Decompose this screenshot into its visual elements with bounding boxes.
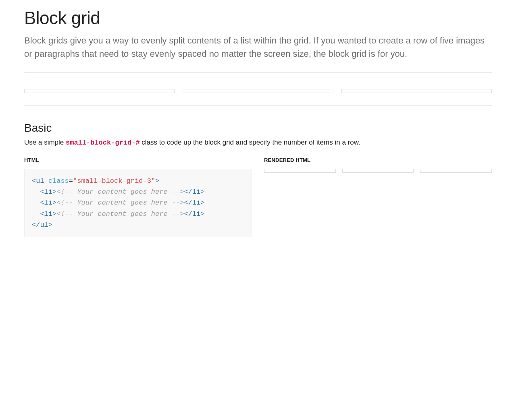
code-block: <ul class="small-block-grid-3"> <li><!--… bbox=[24, 169, 252, 237]
code-token: <li> bbox=[40, 199, 56, 207]
rendered-block-grid bbox=[264, 169, 492, 173]
code-token: = bbox=[69, 177, 73, 185]
block-grid-top bbox=[24, 89, 492, 93]
code-token: </li> bbox=[184, 188, 204, 196]
code-token: <li> bbox=[40, 188, 56, 196]
basic-text: Use a simple small-block-grid-# class to… bbox=[24, 139, 492, 147]
page-title: Block grid bbox=[24, 8, 492, 28]
code-token: > bbox=[155, 177, 159, 185]
thumbnail bbox=[264, 169, 336, 173]
code-token: <li> bbox=[40, 210, 56, 218]
block-grid-item bbox=[264, 169, 336, 173]
col-rendered: RENDERED HTML bbox=[264, 157, 492, 237]
basic-text-before: Use a simple bbox=[24, 139, 66, 146]
code-token: </li> bbox=[184, 210, 204, 218]
code-token: </ul> bbox=[32, 221, 52, 229]
basic-text-after: class to code up the block grid and spec… bbox=[140, 139, 360, 146]
code-token: <ul bbox=[32, 177, 48, 185]
divider bbox=[24, 105, 492, 106]
thumbnail bbox=[341, 89, 492, 93]
divider bbox=[24, 72, 492, 73]
code-token: <!-- Your content goes here --> bbox=[56, 199, 184, 207]
thumbnail bbox=[420, 169, 492, 173]
block-grid-item bbox=[341, 89, 492, 93]
code-token: </li> bbox=[184, 199, 204, 207]
block-grid-item bbox=[183, 89, 333, 93]
thumbnail bbox=[183, 89, 333, 93]
inline-code: small-block-grid-# bbox=[66, 139, 140, 147]
label-rendered: RENDERED HTML bbox=[264, 157, 492, 163]
thumbnail bbox=[24, 89, 175, 93]
code-token: class bbox=[48, 177, 69, 185]
block-grid-item bbox=[420, 169, 492, 173]
block-grid-item bbox=[342, 169, 414, 173]
label-html: HTML bbox=[24, 157, 252, 163]
basic-heading: Basic bbox=[24, 122, 492, 134]
page-lead: Block grids give you a way to evenly spl… bbox=[24, 34, 492, 60]
col-html: HTML <ul class="small-block-grid-3"> <li… bbox=[24, 157, 252, 237]
code-token: <!-- Your content goes here --> bbox=[56, 188, 184, 196]
code-token: <!-- Your content goes here --> bbox=[56, 210, 184, 218]
thumbnail bbox=[342, 169, 414, 173]
block-grid-item bbox=[24, 89, 175, 93]
code-token: "small-block-grid-3" bbox=[73, 177, 155, 185]
